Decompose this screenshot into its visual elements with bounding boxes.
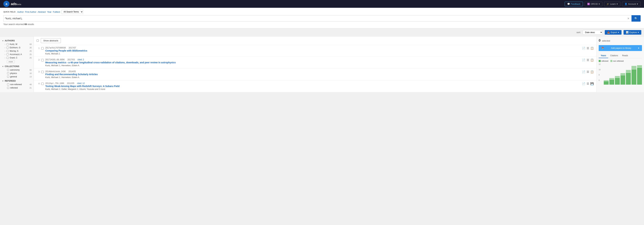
result-authors: Kurtz, Michael J.; Henneken, Edwin A. bbox=[45, 76, 580, 79]
explore-button[interactable]: 📊 Explore ▾ bbox=[624, 30, 641, 35]
list-item: › Grant, C 25 bbox=[0, 56, 34, 59]
quick-field-first-author[interactable]: First Author bbox=[25, 11, 36, 13]
result-title[interactable]: Comparing People with Bibliometrics bbox=[45, 49, 580, 52]
cite-icon[interactable]: 📋 bbox=[590, 47, 594, 50]
show-abstracts-button[interactable]: Show abstracts bbox=[41, 38, 61, 43]
result-title[interactable]: Finding and Recommending Scholarly Artic… bbox=[45, 73, 580, 76]
result-1-checkbox[interactable] bbox=[41, 47, 44, 49]
result-cited[interactable]: cited: 12 bbox=[77, 82, 84, 84]
author-accomazzi-checkbox[interactable] bbox=[6, 53, 8, 55]
bar-non-refereed bbox=[609, 78, 614, 79]
collection-astronomy-checkbox[interactable] bbox=[7, 69, 9, 71]
account-button[interactable]: 👤 Account ▾ bbox=[622, 2, 640, 6]
author-grant-checkbox[interactable] bbox=[6, 57, 8, 59]
result-2-checkbox[interactable] bbox=[41, 59, 44, 61]
result-bibcode: 2017JASIS..68..695K bbox=[45, 58, 65, 61]
quick-field-fulltext[interactable]: Fulltext bbox=[53, 11, 60, 13]
result-title[interactable]: Measuring metrics - a 40-year longitudin… bbox=[45, 61, 580, 64]
tab-years[interactable]: Years bbox=[599, 53, 608, 58]
list-icon[interactable]: ☰ bbox=[587, 58, 589, 62]
abstract-icon[interactable]: 📄 bbox=[582, 47, 585, 50]
result-title[interactable]: Testing Weak-lensing Maps with Redshift … bbox=[45, 85, 580, 87]
results-count: 69 bbox=[24, 23, 27, 25]
bar-non-refereed bbox=[626, 70, 631, 73]
search-button[interactable]: 🔍 bbox=[632, 15, 640, 22]
result-content: 2012ApJ...750..168K 2012/05 cited: 12 Te… bbox=[45, 82, 580, 90]
chart-legend: refereed non refereed bbox=[599, 60, 642, 62]
quick-field-author[interactable]: Author bbox=[17, 11, 24, 13]
author-murray-checkbox[interactable] bbox=[6, 50, 8, 52]
non-refereed-legend-label: non refereed bbox=[613, 60, 624, 62]
search-input[interactable] bbox=[5, 17, 626, 20]
authors-more-button[interactable]: more bbox=[7, 60, 15, 63]
authors-chevron: ▼ bbox=[2, 40, 4, 42]
quick-field-year[interactable]: Year bbox=[47, 11, 52, 13]
bar-group bbox=[615, 76, 620, 85]
table-row: 4 2012ApJ...750..168K 2012/05 cited: 12 … bbox=[34, 80, 596, 92]
author-eichhorn-checkbox[interactable] bbox=[6, 47, 8, 49]
chevron-down-icon: ▾ bbox=[638, 47, 639, 49]
collection-general-checkbox[interactable] bbox=[7, 76, 9, 78]
refereed-section-header[interactable]: ▼ REFEREED bbox=[0, 78, 34, 83]
select-all-checkbox[interactable] bbox=[36, 39, 39, 42]
list-icon[interactable]: ☰ bbox=[587, 47, 589, 50]
learn-button[interactable]: 🎓 Learn ▾ bbox=[604, 2, 620, 6]
expand-icon[interactable]: › bbox=[5, 43, 5, 45]
graduation-icon: 🎓 bbox=[606, 3, 609, 5]
refereed-count: 21 bbox=[30, 87, 32, 89]
abstract-icon[interactable]: 📄 bbox=[582, 58, 585, 62]
non-refereed-checkbox[interactable] bbox=[7, 83, 9, 85]
quick-field-abstract[interactable]: Abstract bbox=[38, 11, 46, 13]
sort-bar: sort: Date desc Date asc Citation count … bbox=[0, 28, 644, 36]
collections-chevron: ▼ bbox=[2, 65, 4, 67]
quick-field-bar: QUICK FIELD: Author First Author Abstrac… bbox=[4, 10, 640, 14]
list-item: › Accomazzi, A 25 bbox=[0, 53, 34, 56]
collections-section-header[interactable]: ▼ COLLECTIONS bbox=[0, 64, 34, 68]
selected-label: selected bbox=[602, 39, 610, 42]
main-layout: ▼ AUTHORS › Kurtz, M 69 › Eichhorn, G 26… bbox=[0, 36, 644, 92]
result-cited[interactable]: cited: 2 bbox=[78, 58, 84, 61]
list-icon[interactable]: ☰ bbox=[587, 82, 589, 85]
list-icon[interactable]: ☰ bbox=[587, 70, 589, 73]
refereed-legend-label: refereed bbox=[602, 60, 608, 62]
author-kurtz-checkbox[interactable] bbox=[6, 43, 8, 45]
collection-physics-checkbox[interactable] bbox=[7, 72, 9, 74]
bar-group bbox=[609, 78, 614, 85]
export-icon: 📤 bbox=[607, 31, 610, 34]
legend-non-refereed: non refereed bbox=[610, 60, 624, 62]
cite-icon[interactable]: 📋 bbox=[590, 70, 594, 73]
bar-chart bbox=[599, 63, 642, 85]
expand-icon[interactable]: › bbox=[5, 53, 5, 55]
collection-astronomy-count: 66 bbox=[30, 69, 32, 71]
add-library-button[interactable]: 📚 Add papers to library ▾ bbox=[599, 45, 642, 51]
export-button[interactable]: 📤 Export ▾ bbox=[605, 30, 622, 35]
expand-icon[interactable]: › bbox=[5, 47, 5, 49]
result-meta: 2017arXiv170709955K 2017/07 bbox=[45, 47, 580, 49]
clear-search-button[interactable]: ✕ bbox=[626, 17, 630, 20]
cite-icon[interactable]: 📋 bbox=[590, 58, 594, 62]
orcid-button[interactable]: 🆔 ORCID ▾ bbox=[585, 2, 602, 6]
all-search-terms-dropdown[interactable]: All Search Terms bbox=[62, 10, 83, 14]
sort-select[interactable]: Date desc Date asc Citation count Releva… bbox=[583, 30, 603, 35]
result-3-checkbox[interactable] bbox=[41, 71, 44, 73]
search-area: QUICK FIELD: Author First Author Abstrac… bbox=[0, 8, 644, 28]
abstract-icon[interactable]: 📄 bbox=[582, 70, 585, 73]
tab-citations[interactable]: Citations bbox=[608, 53, 620, 58]
expand-icon[interactable]: › bbox=[5, 50, 5, 52]
author-accomazzi-count: 25 bbox=[30, 53, 32, 55]
data-icon[interactable]: 💾 bbox=[590, 82, 594, 85]
abstract-icon[interactable]: 📄 bbox=[582, 82, 585, 85]
bar-non-refereed bbox=[615, 76, 620, 78]
feedback-button[interactable]: 💬 Feedback bbox=[565, 2, 583, 6]
expand-icon[interactable]: › bbox=[5, 57, 5, 59]
result-icons: 📄 ☰ 💾 bbox=[582, 82, 594, 85]
result-icons: 📄 ☰ 📋 bbox=[582, 58, 594, 62]
authors-section-header[interactable]: ▼ AUTHORS bbox=[0, 38, 34, 42]
user-icon: 👤 bbox=[624, 3, 627, 5]
tab-reads[interactable]: Reads bbox=[620, 53, 630, 58]
sort-label: sort: bbox=[576, 31, 581, 34]
result-4-checkbox[interactable] bbox=[41, 83, 44, 85]
bar-refereed bbox=[609, 80, 614, 85]
chevron-down-icon: ▾ bbox=[618, 31, 619, 34]
refereed-checkbox[interactable] bbox=[7, 87, 9, 89]
